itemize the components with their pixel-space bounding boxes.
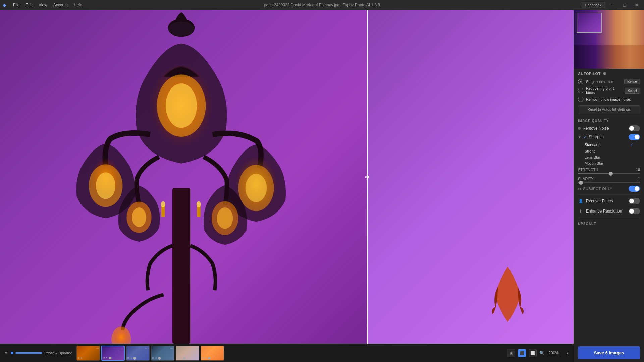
film-thumb-6[interactable]: ⋯ ⚙ ✦ ⬤: [201, 346, 224, 361]
sharpen-option-motion-blur[interactable]: Motion Blur: [574, 160, 644, 166]
thumb-menu-2[interactable]: ⋯: [120, 347, 123, 351]
side-view-btn[interactable]: ⬜: [529, 349, 537, 357]
clarity-thumb[interactable]: [579, 181, 583, 185]
thumb-menu-5[interactable]: ⋯: [195, 347, 198, 350]
recover-faces-toggle[interactable]: [629, 198, 640, 204]
filmstrip-collapse[interactable]: ▾: [3, 350, 9, 356]
status-subject: ◉ Subject detected. Refine: [578, 79, 640, 84]
sharpen-collapse-icon: ▼: [578, 135, 581, 139]
feedback-button[interactable]: Feedback: [582, 2, 605, 8]
thumb-icon-2b: ✦: [106, 356, 108, 359]
preview-indicator: [11, 352, 13, 354]
expand-filmstrip-btn[interactable]: ▴: [564, 350, 571, 356]
sharpen-checkbox[interactable]: ✓: [583, 135, 587, 139]
svg-point-2: [169, 21, 194, 36]
sharpen-toggle[interactable]: [629, 134, 640, 140]
remove-noise-toggle[interactable]: [629, 125, 640, 131]
close-button[interactable]: ✕: [632, 1, 641, 9]
svg-point-8: [96, 172, 115, 199]
minimize-button[interactable]: ─: [608, 1, 617, 9]
reset-autopilot-button[interactable]: Reset to Autopilot Settings: [578, 105, 640, 113]
faces-status-icon: [578, 88, 583, 93]
thumb-icons-3: ⚙ ✦ ⬤: [127, 357, 136, 360]
thumb-icon-1b: ✦: [80, 357, 83, 360]
thumb-icon-2c: ⬤: [109, 356, 112, 359]
strength-thumb[interactable]: [609, 172, 613, 176]
thumb-icons-6: ⚙ ✦ ⬤: [202, 357, 211, 360]
thumb-icon-2a: ⚙: [103, 356, 105, 359]
autopilot-gear-icon[interactable]: ⚙: [603, 71, 607, 76]
film-thumb-3[interactable]: ⋯ ⚙ ✦ ⬤: [126, 346, 150, 361]
menu-edit[interactable]: Edit: [23, 2, 35, 8]
preview-thumb-selected: [577, 13, 602, 33]
sharpen-row[interactable]: ▼ ✓ Sharpen: [574, 133, 644, 141]
sharpen-option-standard[interactable]: Standard ✓: [574, 141, 644, 148]
svg-point-21: [197, 201, 201, 207]
select-faces-button[interactable]: Select: [625, 88, 640, 94]
subject-only-icon: ⊙: [578, 187, 581, 191]
svg-rect-0: [172, 188, 190, 344]
divider-2: [578, 218, 640, 218]
thumb-icon-1a: ⚙: [77, 357, 80, 360]
save-button[interactable]: Save 6 Images: [578, 346, 640, 359]
thumb-icon-3a: ⚙: [127, 357, 129, 360]
single-view-btn[interactable]: ▣: [507, 349, 515, 357]
enhance-resolution-row: ⬆ Enhance Resolution: [574, 206, 644, 216]
clarity-slider[interactable]: [578, 182, 640, 183]
split-handle[interactable]: ⇔: [362, 172, 372, 182]
thumb-icon-5a: ⚙: [177, 357, 179, 360]
menu-help[interactable]: Help: [71, 2, 85, 8]
thumb-icons-1: ⚙ ✦: [77, 357, 83, 360]
film-thumb-1[interactable]: ⋯ ⚙ ✦: [76, 346, 100, 361]
sharpen-standard-check: ✓: [630, 142, 633, 147]
titlebar: ◆ File Edit View Account Help paris-2499…: [0, 0, 644, 10]
thumb-icons-4: ⚙ ✦ ⬤: [152, 357, 161, 360]
split-view-btn[interactable]: ⬛: [518, 349, 526, 357]
strength-value: 16: [636, 168, 640, 172]
thumb-menu-4[interactable]: ⋯: [170, 347, 173, 350]
thumb-icons-2: ⚙ ✦ ⬤: [103, 356, 112, 359]
preview-thumbnail: [574, 10, 644, 69]
app-logo: ◆: [3, 2, 6, 8]
image-quality-title: IMAGE QUALITY: [574, 116, 644, 124]
menu-view[interactable]: View: [36, 2, 50, 8]
menu-file[interactable]: File: [10, 2, 22, 8]
thumb-icon-3b: ✦: [130, 357, 132, 360]
svg-point-17: [217, 207, 233, 229]
thumb-icon-6c: ⬤: [208, 357, 211, 360]
canvas-image[interactable]: ⇔: [0, 10, 574, 344]
canvas-area: ⇔ ▾ Preview Updated ⋯ ⚙: [0, 10, 574, 362]
status-faces: Recovering 0 of 1 faces. Select: [578, 86, 640, 95]
subject-only-toggle[interactable]: [629, 186, 640, 192]
film-thumb-4[interactable]: ⋯ ⚙ ✦ ⬤: [151, 346, 174, 361]
thumb-menu-1[interactable]: ⋯: [96, 347, 99, 350]
thumb-menu-3[interactable]: ⋯: [145, 347, 149, 350]
thumb-icon-4b: ✦: [155, 357, 157, 360]
svg-point-19: [161, 201, 165, 207]
sharpen-option-lens-blur[interactable]: Lens Blur: [574, 154, 644, 160]
divider-1: [578, 194, 640, 195]
enhance-resolution-toggle[interactable]: [629, 208, 640, 214]
strength-label-text: STRENGTH: [578, 168, 598, 172]
strength-slider[interactable]: [578, 173, 640, 174]
menu-bar: File Edit View Account Help: [10, 2, 85, 8]
film-thumb-2[interactable]: ⋯ ⚙ ✦ ⬤: [101, 346, 125, 361]
clarity-label-text: CLARITY: [578, 177, 593, 181]
recover-faces-label: Recover Faces: [586, 199, 626, 203]
thumb-icon-3c: ⬤: [133, 357, 136, 360]
menu-account[interactable]: Account: [51, 2, 70, 8]
canvas-right: [367, 10, 574, 344]
recover-faces-row: 👤 Recover Faces: [574, 196, 644, 206]
autopilot-header: AUTOPILOT ⚙: [578, 71, 640, 76]
film-thumb-5[interactable]: ⋯ ⚙ ✦ ⬤: [176, 346, 199, 361]
refine-button[interactable]: Refine: [624, 79, 640, 84]
sharpen-option-strong[interactable]: Strong: [574, 148, 644, 154]
maximize-button[interactable]: □: [620, 1, 629, 9]
remove-noise-row: Remove Noise: [574, 124, 644, 133]
svg-point-5: [166, 83, 197, 128]
remove-noise-dot: [578, 127, 581, 130]
enhance-resolution-label: Enhance Resolution: [586, 209, 626, 214]
thumb-menu-6[interactable]: ⋯: [220, 347, 223, 350]
thumb-icon-5c: ⬤: [183, 357, 186, 360]
zoom-icon: 🔍: [539, 351, 544, 355]
